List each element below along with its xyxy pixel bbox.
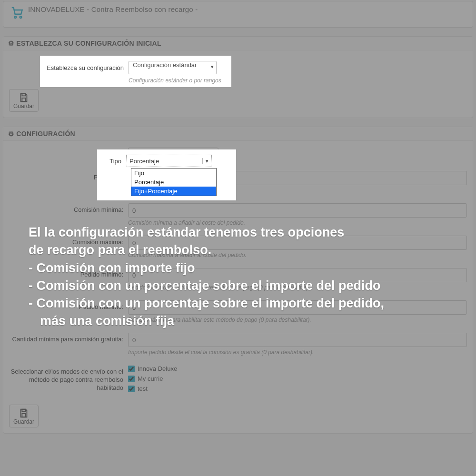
caption-line: - Comisión con importe fijo bbox=[29, 259, 457, 277]
svg-rect-4 bbox=[22, 409, 25, 412]
tipo-option-fijo[interactable]: Fijo bbox=[131, 169, 216, 178]
tipo-label-spot: Tipo bbox=[102, 158, 126, 165]
save-button-2[interactable]: Guardar bbox=[9, 405, 39, 427]
carriers-label: Seleccionar el/los modos de envío con el… bbox=[9, 365, 128, 392]
svg-point-0 bbox=[14, 16, 16, 18]
svg-rect-2 bbox=[22, 94, 25, 96]
cart-icon bbox=[10, 5, 24, 20]
carrier-3-label: test bbox=[138, 385, 148, 392]
tipo-select-value: Porcentaje bbox=[129, 158, 202, 165]
gear-icon: ⚙ bbox=[8, 130, 14, 138]
tipo-option-porcentaje[interactable]: Porcentaje bbox=[131, 178, 216, 187]
tipo-dropdown: Fijo Porcentaje Fijo+Porcentaje bbox=[131, 168, 217, 196]
caption-line: - Comisión con un porcentaje sobre el im… bbox=[29, 277, 457, 295]
cant-min-help: Importe pedido desde el cual la comisión… bbox=[128, 349, 467, 356]
svg-rect-5 bbox=[22, 414, 25, 417]
carrier-2-label: My currie bbox=[138, 375, 163, 382]
save-icon bbox=[19, 92, 29, 103]
caption-line: - Comisión con un porcentaje sobre el im… bbox=[29, 295, 457, 312]
save-label-1: Guardar bbox=[13, 103, 34, 109]
config-mode-label-spot: Establezca su configuración bbox=[45, 61, 129, 71]
comision-min-label: Comisión mínima: bbox=[9, 203, 128, 213]
checkbox-icon[interactable] bbox=[128, 386, 135, 392]
save-icon bbox=[19, 408, 29, 418]
gear-icon: ⚙ bbox=[8, 40, 14, 47]
config-mode-select-spot[interactable]: Configuración estándar bbox=[129, 61, 217, 74]
module-title: INNOVADELUXE - Contra Reembolso con reca… bbox=[28, 5, 198, 13]
checkbox-icon[interactable] bbox=[128, 366, 135, 372]
panel-header-initial: ⚙ESTABLEZCA SU CONFIGURACIÓN INICIAL bbox=[3, 37, 473, 50]
cant-min-input[interactable] bbox=[128, 333, 467, 347]
config-mode-help-spot: Configuración estándar o por rangos bbox=[129, 77, 221, 84]
svg-point-1 bbox=[20, 16, 22, 18]
carrier-checkbox-1[interactable]: Innova Deluxe bbox=[128, 365, 467, 372]
cant-min-label: Cantidad mínima para comisión gratuita: bbox=[9, 333, 128, 343]
module-header: INNOVADELUXE - Contra Reembolso con reca… bbox=[3, 1, 473, 28]
carrier-checkbox-2[interactable]: My currie bbox=[128, 375, 467, 382]
spotlight-tipo: Tipo Porcentaje ▾ Fijo Porcentaje Fijo+P… bbox=[98, 150, 236, 200]
panel-title-config: CONFIGURACIÓN bbox=[16, 130, 75, 138]
save-label-2: Guardar bbox=[13, 418, 34, 425]
checkbox-icon[interactable] bbox=[128, 376, 135, 382]
carrier-1-label: Innova Deluxe bbox=[138, 365, 177, 372]
comision-min-input[interactable] bbox=[128, 203, 467, 218]
panel-title-initial: ESTABLEZCA SU CONFIGURACIÓN INICIAL bbox=[16, 40, 161, 47]
caption-line: más una comisión fija bbox=[29, 312, 457, 330]
carrier-checkbox-3[interactable]: test bbox=[128, 385, 467, 392]
overlay-caption: El la configuración estándar tenemos tre… bbox=[29, 224, 457, 330]
spotlight-config-mode: Establezca su configuración Configuració… bbox=[40, 56, 231, 87]
svg-rect-3 bbox=[22, 98, 25, 101]
caption-line: de recargo para el reembolso. bbox=[29, 241, 457, 259]
panel-header-config: ⚙CONFIGURACIÓN bbox=[3, 127, 473, 141]
tipo-option-fijo-porcentaje[interactable]: Fijo+Porcentaje bbox=[131, 187, 216, 196]
caption-line: El la configuración estándar tenemos tre… bbox=[29, 224, 457, 241]
chevron-down-icon: ▾ bbox=[202, 158, 208, 164]
save-button-1[interactable]: Guardar bbox=[9, 89, 39, 112]
tipo-select[interactable]: Porcentaje ▾ bbox=[126, 155, 212, 167]
